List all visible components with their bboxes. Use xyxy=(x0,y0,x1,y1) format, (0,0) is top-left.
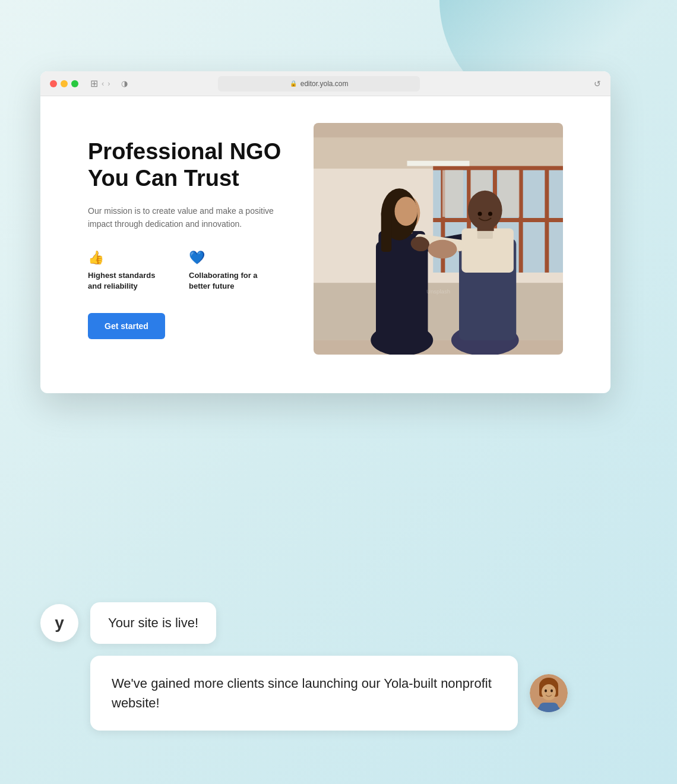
svg-rect-9 xyxy=(433,166,563,170)
svg-text:Unsplash: Unsplash xyxy=(426,288,450,295)
minimize-button[interactable] xyxy=(61,80,68,87)
svg-point-22 xyxy=(395,197,418,226)
heart-icon: 💙 xyxy=(189,250,266,265)
message-2-text: We've gained more clients since launchin… xyxy=(112,676,492,710)
svg-rect-11 xyxy=(442,170,463,217)
svg-point-43 xyxy=(545,690,547,693)
feature-2: 💙 Collaborating for a better future xyxy=(189,250,266,292)
close-button[interactable] xyxy=(50,80,57,87)
chat-row-2: We've gained more clients since launchin… xyxy=(40,656,637,731)
browser-window: ⊞ ‹ › ◑ 🔒 editor.yola.com ↺ Professional… xyxy=(40,71,610,393)
thumbs-up-icon: 👍 xyxy=(88,250,165,265)
svg-rect-46 xyxy=(539,703,558,712)
reload-icon[interactable]: ↺ xyxy=(594,79,601,88)
chat-section: y Your site is live! We've gained more c… xyxy=(40,602,637,731)
svg-point-44 xyxy=(551,690,553,693)
yola-logo: y xyxy=(40,604,78,642)
yola-letter: y xyxy=(55,614,64,633)
get-started-button[interactable]: Get started xyxy=(88,313,165,339)
browser-controls: ⊞ ‹ › xyxy=(90,78,110,89)
traffic-lights xyxy=(50,80,78,87)
chat-row-1: y Your site is live! xyxy=(40,602,637,644)
avatar-image xyxy=(530,674,568,712)
url-bar[interactable]: 🔒 editor.yola.com xyxy=(218,76,420,91)
forward-arrow-icon[interactable]: › xyxy=(107,79,110,88)
svg-point-34 xyxy=(478,212,482,216)
message-1-text: Your site is live! xyxy=(108,615,198,630)
svg-rect-14 xyxy=(407,161,470,166)
browser-titlebar: ⊞ ‹ › ◑ 🔒 editor.yola.com ↺ xyxy=(40,71,610,96)
chat-message-2: We've gained more clients since launchin… xyxy=(90,656,518,731)
maximize-button[interactable] xyxy=(71,80,78,87)
user-avatar xyxy=(530,674,568,712)
hero-left: Professional NGO You Can Trust Our missi… xyxy=(88,138,290,339)
svg-point-33 xyxy=(428,240,457,259)
svg-rect-21 xyxy=(381,210,392,252)
lock-icon: 🔒 xyxy=(290,80,297,87)
svg-point-42 xyxy=(542,684,556,700)
feature-2-label: Collaborating for a better future xyxy=(189,270,266,292)
hero-image: Unsplash xyxy=(314,123,563,355)
url-text: editor.yola.com xyxy=(300,80,349,88)
hero-title: Professional NGO You Can Trust xyxy=(88,138,290,192)
feature-1-label: Highest standards and reliability xyxy=(88,270,165,292)
feature-1: 👍 Highest standards and reliability xyxy=(88,250,165,292)
hero-illustration: Unsplash xyxy=(314,123,563,355)
features-row: 👍 Highest standards and reliability 💙 Co… xyxy=(88,250,290,292)
hero-subtitle: Our mission is to create value and make … xyxy=(88,204,290,231)
chat-message-1: Your site is live! xyxy=(90,602,216,644)
browser-content: Professional NGO You Can Trust Our missi… xyxy=(40,96,610,393)
back-arrow-icon[interactable]: ‹ xyxy=(102,79,104,88)
extension-icon: ◑ xyxy=(121,79,128,88)
svg-point-30 xyxy=(468,191,502,230)
sidebar-toggle-icon[interactable]: ⊞ xyxy=(90,78,98,89)
svg-point-35 xyxy=(488,212,492,216)
